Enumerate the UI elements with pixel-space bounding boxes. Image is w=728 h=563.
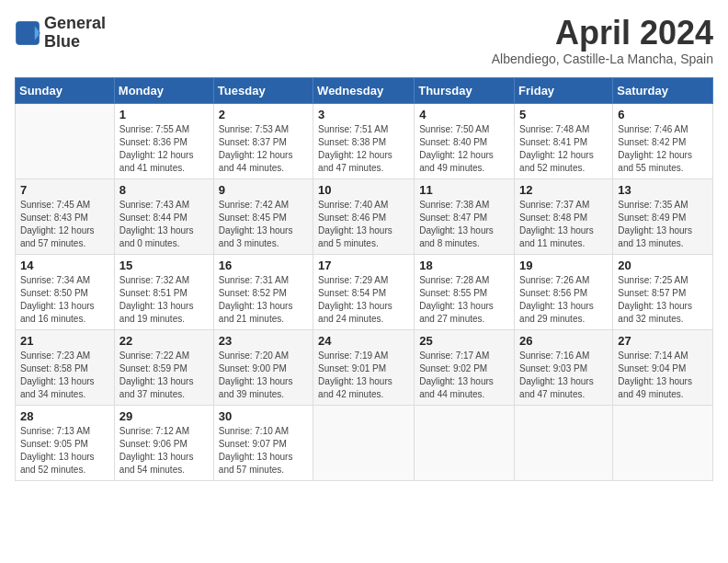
calendar-week-row: 1Sunrise: 7:55 AMSunset: 8:36 PMDaylight… — [16, 103, 713, 178]
daylight-label: Daylight: 12 hours and 52 minutes. — [519, 150, 594, 173]
sunrise-label: Sunrise: 7:37 AM — [519, 200, 589, 210]
day-info: Sunrise: 7:35 AMSunset: 8:49 PMDaylight:… — [618, 199, 708, 250]
weekday-row: SundayMondayTuesdayWednesdayThursdayFrid… — [16, 77, 713, 103]
sunrise-label: Sunrise: 7:10 AM — [219, 426, 289, 436]
calendar-cell: 2Sunrise: 7:53 AMSunset: 8:37 PMDaylight… — [213, 103, 313, 178]
day-info: Sunrise: 7:38 AMSunset: 8:47 PMDaylight:… — [419, 199, 509, 250]
logo-text: General Blue — [44, 15, 106, 52]
calendar-cell: 17Sunrise: 7:29 AMSunset: 8:54 PMDayligh… — [313, 254, 415, 329]
page-header: General Blue April 2024 Albendiego, Cast… — [15, 15, 713, 66]
sunset-label: Sunset: 9:00 PM — [219, 363, 287, 373]
sunset-label: Sunset: 8:42 PM — [618, 137, 686, 147]
sunset-label: Sunset: 8:44 PM — [119, 213, 188, 223]
day-number: 2 — [219, 108, 308, 121]
day-number: 21 — [20, 334, 109, 348]
sunset-label: Sunset: 8:40 PM — [419, 137, 487, 147]
calendar-cell: 30Sunrise: 7:10 AMSunset: 9:07 PMDayligh… — [213, 405, 313, 480]
calendar-cell: 11Sunrise: 7:38 AMSunset: 8:47 PMDayligh… — [415, 178, 515, 254]
day-number: 22 — [119, 334, 209, 348]
sunrise-label: Sunrise: 7:12 AM — [119, 426, 189, 436]
sunrise-label: Sunrise: 7:17 AM — [419, 350, 489, 361]
calendar-cell: 23Sunrise: 7:20 AMSunset: 9:00 PMDayligh… — [213, 329, 313, 405]
day-number: 20 — [618, 259, 708, 272]
sunrise-label: Sunrise: 7:46 AM — [618, 124, 688, 134]
sunset-label: Sunset: 8:57 PM — [618, 288, 686, 298]
sunrise-label: Sunrise: 7:25 AM — [618, 275, 688, 285]
weekday-header: Thursday — [415, 77, 515, 103]
sunrise-label: Sunrise: 7:40 AM — [318, 200, 388, 210]
daylight-label: Daylight: 13 hours and 57 minutes. — [219, 452, 293, 475]
daylight-label: Daylight: 13 hours and 44 minutes. — [419, 376, 494, 399]
weekday-header: Wednesday — [313, 77, 415, 103]
calendar-cell: 18Sunrise: 7:28 AMSunset: 8:55 PMDayligh… — [415, 254, 515, 329]
calendar-cell: 29Sunrise: 7:12 AMSunset: 9:06 PMDayligh… — [114, 405, 213, 480]
day-info: Sunrise: 7:53 AMSunset: 8:37 PMDaylight:… — [219, 123, 308, 175]
calendar-cell: 1Sunrise: 7:55 AMSunset: 8:36 PMDaylight… — [114, 103, 213, 178]
month-year: April 2024 — [492, 15, 713, 52]
day-info: Sunrise: 7:17 AMSunset: 9:02 PMDaylight:… — [419, 350, 509, 401]
sunrise-label: Sunrise: 7:29 AM — [318, 275, 388, 285]
calendar-cell: 9Sunrise: 7:42 AMSunset: 8:45 PMDaylight… — [213, 178, 313, 254]
sunset-label: Sunset: 9:05 PM — [20, 439, 88, 449]
day-number: 24 — [318, 334, 409, 348]
calendar-body: 1Sunrise: 7:55 AMSunset: 8:36 PMDaylight… — [16, 103, 713, 480]
calendar-header: SundayMondayTuesdayWednesdayThursdayFrid… — [16, 77, 713, 103]
daylight-label: Daylight: 13 hours and 13 minutes. — [618, 225, 692, 248]
sunset-label: Sunset: 9:01 PM — [318, 363, 386, 373]
sunset-label: Sunset: 8:43 PM — [20, 213, 88, 223]
sunset-label: Sunset: 8:54 PM — [318, 288, 386, 298]
day-info: Sunrise: 7:10 AMSunset: 9:07 PMDaylight:… — [219, 425, 308, 477]
sunrise-label: Sunrise: 7:14 AM — [618, 350, 688, 361]
sunrise-label: Sunrise: 7:53 AM — [219, 124, 289, 134]
calendar-cell — [613, 405, 713, 480]
sunset-label: Sunset: 8:37 PM — [219, 137, 287, 147]
day-info: Sunrise: 7:37 AMSunset: 8:48 PMDaylight:… — [519, 199, 608, 250]
daylight-label: Daylight: 12 hours and 49 minutes. — [419, 150, 494, 173]
day-number: 11 — [419, 183, 509, 197]
day-number: 12 — [519, 183, 608, 197]
weekday-header: Friday — [515, 77, 613, 103]
day-number: 5 — [519, 108, 608, 121]
sunset-label: Sunset: 9:06 PM — [119, 439, 188, 449]
day-info: Sunrise: 7:48 AMSunset: 8:41 PMDaylight:… — [519, 123, 608, 175]
day-info: Sunrise: 7:23 AMSunset: 8:58 PMDaylight:… — [20, 350, 109, 401]
sunrise-label: Sunrise: 7:19 AM — [318, 350, 388, 361]
sunrise-label: Sunrise: 7:55 AM — [119, 124, 189, 134]
day-info: Sunrise: 7:50 AMSunset: 8:40 PMDaylight:… — [419, 123, 509, 175]
daylight-label: Daylight: 13 hours and 5 minutes. — [318, 225, 392, 248]
day-number: 4 — [419, 108, 509, 121]
calendar-cell: 27Sunrise: 7:14 AMSunset: 9:04 PMDayligh… — [613, 329, 713, 405]
day-info: Sunrise: 7:31 AMSunset: 8:52 PMDaylight:… — [219, 274, 308, 326]
sunrise-label: Sunrise: 7:38 AM — [419, 200, 489, 210]
day-info: Sunrise: 7:14 AMSunset: 9:04 PMDaylight:… — [618, 350, 708, 401]
day-number: 10 — [318, 183, 409, 197]
sunset-label: Sunset: 8:58 PM — [20, 363, 88, 373]
day-info: Sunrise: 7:51 AMSunset: 8:38 PMDaylight:… — [318, 123, 409, 175]
weekday-header: Tuesday — [213, 77, 313, 103]
day-info: Sunrise: 7:42 AMSunset: 8:45 PMDaylight:… — [219, 199, 308, 250]
day-info: Sunrise: 7:22 AMSunset: 8:59 PMDaylight:… — [119, 350, 209, 401]
day-number: 25 — [419, 334, 509, 348]
day-number: 8 — [119, 183, 209, 197]
calendar-cell — [415, 405, 515, 480]
sunrise-label: Sunrise: 7:23 AM — [20, 350, 90, 361]
title-block: April 2024 Albendiego, Castille-La Manch… — [492, 15, 713, 66]
calendar-cell: 13Sunrise: 7:35 AMSunset: 8:49 PMDayligh… — [613, 178, 713, 254]
day-number: 27 — [618, 334, 708, 348]
calendar-cell: 14Sunrise: 7:34 AMSunset: 8:50 PMDayligh… — [16, 254, 115, 329]
daylight-label: Daylight: 13 hours and 29 minutes. — [519, 301, 594, 324]
sunset-label: Sunset: 8:41 PM — [519, 137, 587, 147]
daylight-label: Daylight: 13 hours and 34 minutes. — [20, 376, 95, 399]
day-info: Sunrise: 7:43 AMSunset: 8:44 PMDaylight:… — [119, 199, 209, 250]
day-info: Sunrise: 7:45 AMSunset: 8:43 PMDaylight:… — [20, 199, 109, 250]
calendar-cell: 4Sunrise: 7:50 AMSunset: 8:40 PMDaylight… — [415, 103, 515, 178]
daylight-label: Daylight: 13 hours and 19 minutes. — [119, 301, 194, 324]
sunrise-label: Sunrise: 7:26 AM — [519, 275, 589, 285]
day-info: Sunrise: 7:32 AMSunset: 8:51 PMDaylight:… — [119, 274, 209, 326]
logo: General Blue — [15, 15, 106, 52]
sunset-label: Sunset: 8:56 PM — [519, 288, 587, 298]
calendar-cell: 25Sunrise: 7:17 AMSunset: 9:02 PMDayligh… — [415, 329, 515, 405]
day-info: Sunrise: 7:40 AMSunset: 8:46 PMDaylight:… — [318, 199, 409, 250]
sunset-label: Sunset: 8:38 PM — [318, 137, 386, 147]
day-number: 18 — [419, 259, 509, 272]
